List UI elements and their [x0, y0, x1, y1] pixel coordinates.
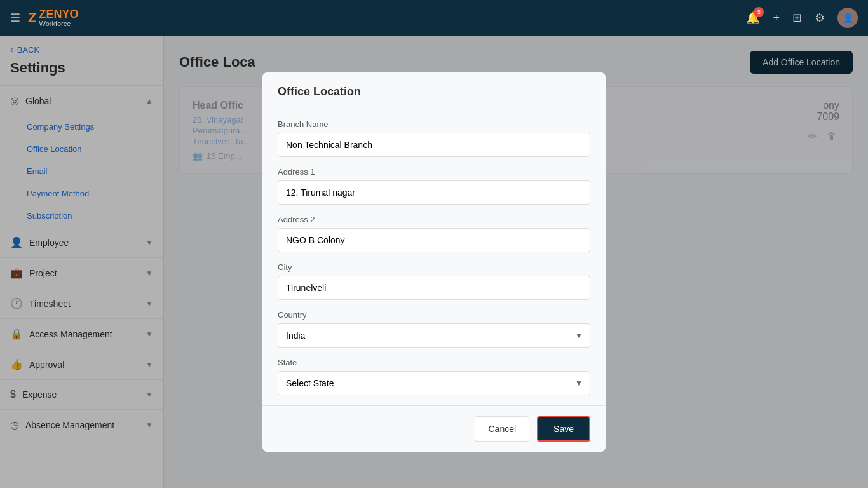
branch-name-input[interactable] — [278, 133, 590, 157]
office-location-modal: Office Location Branch Name Address 1 Ad… — [262, 72, 606, 452]
address2-input[interactable] — [278, 228, 590, 252]
modal-header: Office Location — [262, 72, 606, 109]
branch-name-label: Branch Name — [278, 119, 590, 129]
state-group: State Select State ▼ — [278, 358, 590, 395]
hamburger-icon[interactable]: ☰ — [10, 11, 20, 25]
logo-icon: Z — [28, 10, 36, 26]
notification-badge: 5 — [754, 7, 764, 17]
address1-input[interactable] — [278, 180, 590, 205]
modal-body: Branch Name Address 1 Address 2 City — [262, 109, 606, 405]
state-select[interactable]: Select State — [278, 371, 590, 395]
add-icon[interactable]: + — [773, 11, 780, 25]
cancel-button[interactable]: Cancel — [475, 416, 529, 442]
country-group: Country India USA UK ▼ — [278, 310, 590, 348]
address2-label: Address 2 — [278, 215, 590, 224]
main-content: Office Loca Add Office Location Head Off… — [164, 36, 868, 488]
country-select[interactable]: India USA UK — [278, 323, 590, 348]
logo-text: ZENYO — [39, 8, 78, 20]
navbar: ☰ Z ZENYO Workforce 🔔 5 + ⊞ ⚙ 👤 — [0, 0, 868, 36]
modal-title: Office Location — [278, 85, 590, 98]
settings-icon[interactable]: ⚙ — [815, 11, 825, 25]
avatar[interactable]: 👤 — [837, 8, 858, 28]
city-label: City — [278, 262, 590, 272]
city-input[interactable] — [278, 276, 590, 300]
logo: Z ZENYO Workforce — [28, 8, 78, 27]
notification-icon[interactable]: 🔔 5 — [746, 11, 760, 25]
state-label: State — [278, 358, 590, 367]
address1-group: Address 1 — [278, 167, 590, 205]
country-label: Country — [278, 310, 590, 320]
logo-sub: Workforce — [39, 20, 78, 27]
branch-name-group: Branch Name — [278, 119, 590, 157]
save-button[interactable]: Save — [537, 416, 590, 442]
modal-footer: Cancel Save — [262, 405, 606, 452]
address1-label: Address 1 — [278, 167, 590, 177]
modal-overlay: Office Location Branch Name Address 1 Ad… — [164, 36, 868, 488]
city-group: City — [278, 262, 590, 300]
grid-icon[interactable]: ⊞ — [792, 11, 802, 25]
address2-group: Address 2 — [278, 215, 590, 252]
